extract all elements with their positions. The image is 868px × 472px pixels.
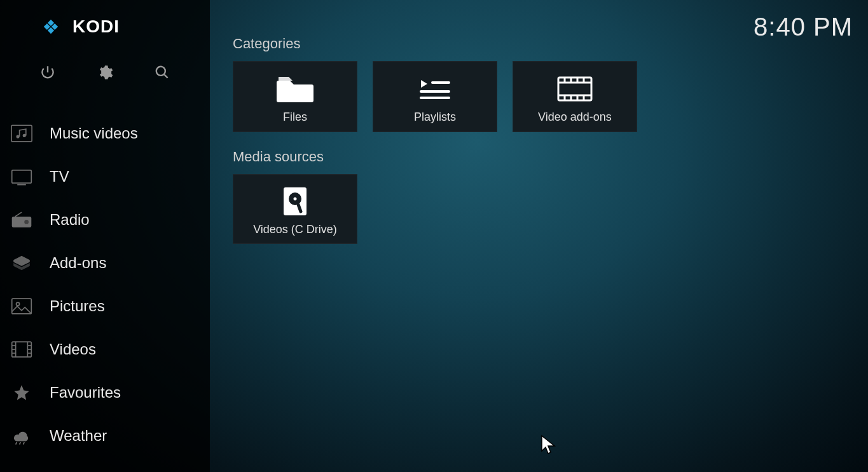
media-sources-row: Videos (C Drive) [233,174,868,244]
card-label: Videos (C Drive) [253,223,337,236]
svg-rect-6 [11,125,32,142]
sidebar-item-videos[interactable]: Videos [0,328,210,371]
weather-icon [9,426,34,446]
drive-icon [276,186,314,217]
sidebar-item-pictures[interactable]: Pictures [0,285,210,328]
category-card-files[interactable]: Files [233,61,357,132]
radio-icon [9,210,34,230]
sidebar-item-addons[interactable]: Add-ons [0,241,210,285]
sidebar: KODI [0,0,210,472]
film-icon [556,74,594,104]
svg-line-27 [24,442,25,444]
sidebar-item-label: Radio [50,211,90,229]
sidebar-item-label: Pictures [50,297,105,315]
svg-line-26 [20,442,21,444]
svg-point-44 [294,197,297,200]
section-title-media-sources: Media sources [233,149,868,165]
playlist-icon [416,74,454,104]
sidebar-item-favourites[interactable]: Favourites [0,371,210,414]
svg-point-15 [17,302,20,306]
addons-icon [9,253,34,273]
sidebar-item-label: TV [50,168,69,185]
pictures-icon [9,296,34,316]
category-card-video-addons[interactable]: Video add-ons [513,61,637,132]
top-icon-bar [0,43,210,95]
svg-line-13 [15,212,22,217]
svg-rect-0 [48,20,54,26]
svg-rect-9 [12,170,32,183]
star-icon [9,382,34,403]
gear-icon[interactable] [93,61,116,84]
sidebar-item-label: Weather [50,427,107,445]
svg-rect-3 [48,27,54,34]
category-card-playlists[interactable]: Playlists [373,61,497,132]
sidebar-item-label: Videos [50,341,96,358]
categories-row: Files Playlists [233,61,868,132]
svg-rect-31 [558,78,591,100]
main-panel: 8:40 PM Categories Files Playlists [210,0,868,472]
sidebar-item-tv[interactable]: TV [0,155,210,198]
videos-icon [9,339,34,360]
card-label: Files [283,111,307,124]
music-video-icon [9,123,34,144]
search-icon[interactable] [151,61,174,84]
folder-icon [276,74,314,104]
brand-name: KODI [72,17,120,37]
sidebar-item-label: Add-ons [50,254,106,272]
svg-point-12 [24,219,29,225]
sidebar-item-label: Music videos [50,125,138,142]
sidebar-item-weather[interactable]: Weather [0,414,210,457]
sidebar-item-label: Favourites [50,384,121,401]
tv-icon [9,166,34,187]
kodi-logo-icon [39,15,62,38]
sidebar-item-radio[interactable]: Radio [0,198,210,241]
sidebar-item-music-videos[interactable]: Music videos [0,112,210,155]
mouse-cursor-icon [541,435,557,455]
svg-point-4 [156,67,165,76]
svg-line-5 [164,74,167,78]
media-source-card[interactable]: Videos (C Drive) [233,174,357,244]
card-label: Playlists [414,111,456,124]
brand: KODI [0,9,210,43]
power-icon[interactable] [36,61,59,84]
sidebar-menu: Music videos TV Radio [0,95,210,457]
svg-rect-2 [44,24,50,30]
clock: 8:40 PM [754,13,853,41]
svg-rect-1 [52,24,58,30]
svg-line-25 [16,442,17,444]
card-label: Video add-ons [538,111,612,124]
